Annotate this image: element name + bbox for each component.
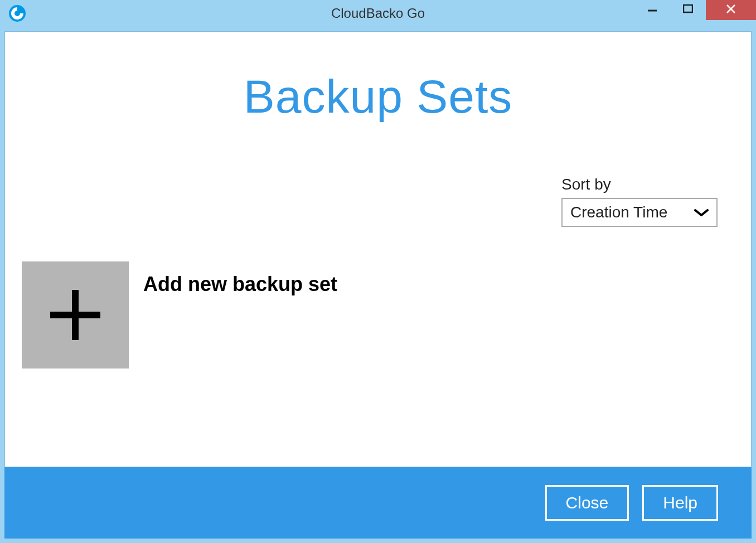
add-backup-set-row: Add new backup set (22, 261, 337, 369)
app-window: CloudBacko Go Backup Sets (0, 0, 756, 543)
window-close-button[interactable] (706, 0, 756, 20)
footer: Close Help (4, 467, 752, 539)
titlebar: CloudBacko Go (0, 0, 756, 27)
maximize-button[interactable] (670, 0, 706, 20)
content-frame: Backup Sets Sort by Creation Time (0, 27, 756, 543)
svg-rect-2 (684, 5, 692, 12)
sort-select[interactable]: Creation Time (561, 198, 718, 227)
content-area: Backup Sets Sort by Creation Time (4, 31, 752, 467)
window-controls (634, 0, 756, 27)
add-backup-set-label: Add new backup set (143, 273, 337, 296)
chevron-down-icon (694, 203, 709, 221)
sort-label: Sort by (561, 176, 718, 193)
sort-selected-value: Creation Time (570, 203, 667, 221)
minimize-icon (647, 4, 657, 14)
app-icon (8, 4, 27, 23)
add-backup-set-button[interactable] (22, 261, 129, 369)
close-button[interactable]: Close (545, 485, 629, 521)
maximize-icon (683, 4, 693, 14)
plus-icon (45, 284, 106, 346)
help-button[interactable]: Help (642, 485, 718, 521)
minimize-button[interactable] (634, 0, 670, 20)
sort-area: Sort by Creation Time (561, 176, 718, 227)
page-title: Backup Sets (5, 70, 751, 124)
close-icon (725, 3, 736, 14)
